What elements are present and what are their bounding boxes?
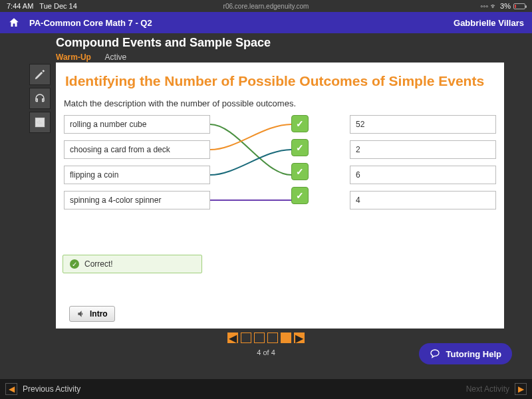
footer-bar: ◀ Previous Activity Next Activity ▶ xyxy=(0,379,532,399)
state-label: Active xyxy=(105,53,127,62)
wifi-icon: ◦◦◦ ᯤ xyxy=(480,2,497,10)
device-status-bar: 7:44 AM Tue Dec 14 r06.core.learn.edgenu… xyxy=(0,0,532,12)
tutoring-label: Tutoring Help xyxy=(446,349,501,359)
battery-icon xyxy=(513,3,525,9)
course-title: PA-Common Core Math 7 - Q2 xyxy=(29,18,152,28)
equation-tool[interactable]: √x xyxy=(29,112,51,133)
section-label[interactable]: Warm-Up xyxy=(56,53,91,62)
check-mark: ✓ xyxy=(291,163,309,180)
match-left-item[interactable]: choosing a card from a deck xyxy=(64,140,210,159)
user-name[interactable]: Gabbrielle Villars xyxy=(454,18,524,28)
match-right-item[interactable]: 6 xyxy=(350,166,496,184)
match-lines xyxy=(210,115,291,221)
status-icons: ◦◦◦ ᯤ 3% xyxy=(480,2,525,10)
url-display: r06.core.learn.edgenuity.com xyxy=(223,3,309,10)
match-left-item[interactable]: rolling a number cube xyxy=(64,115,210,134)
clock: 7:44 AM Tue Dec 14 xyxy=(7,2,77,10)
lesson-title: Compound Events and Sample Space xyxy=(56,36,532,50)
instruction-text: Match the description with the number of… xyxy=(64,98,497,108)
page-dot[interactable] xyxy=(241,332,251,343)
check-mark: ✓ xyxy=(291,115,309,132)
next-activity-arrow[interactable]: ▶ xyxy=(515,383,527,395)
page-nav: ◀ ▶ xyxy=(227,332,305,343)
intro-label: Intro xyxy=(90,309,108,319)
next-activity-label: Next Activity xyxy=(466,384,509,394)
page-dot[interactable] xyxy=(267,332,278,343)
activity-title: Identifying the Number of Possible Outco… xyxy=(65,73,497,89)
feedback-text: Correct! xyxy=(84,259,113,269)
prev-activity-label[interactable]: Previous Activity xyxy=(23,384,80,394)
check-circle-icon: ✓ xyxy=(70,259,79,269)
home-icon[interactable] xyxy=(8,17,20,29)
match-left-item[interactable]: spinning a 4-color spinner xyxy=(64,191,210,209)
page-prev[interactable]: ◀ xyxy=(227,332,238,343)
page-counter: 4 of 4 xyxy=(257,348,275,356)
equation-icon: √x xyxy=(34,116,46,128)
audio-tool[interactable] xyxy=(29,88,51,109)
prev-activity-arrow[interactable]: ◀ xyxy=(5,383,17,395)
battery-percent: 3% xyxy=(500,2,511,10)
page-dot[interactable] xyxy=(254,332,265,343)
page-next[interactable]: ▶ xyxy=(294,332,305,343)
svg-text:√x: √x xyxy=(37,120,43,126)
intro-button[interactable]: Intro xyxy=(69,306,115,322)
feedback-banner: ✓ Correct! xyxy=(63,255,202,273)
page-dot[interactable] xyxy=(281,332,291,343)
chat-icon xyxy=(430,348,440,359)
tool-rail: √x xyxy=(29,64,51,133)
match-right-item[interactable]: 52 xyxy=(350,115,496,134)
pencil-tool[interactable] xyxy=(29,64,51,85)
content-panel: Identifying the Number of Possible Outco… xyxy=(56,63,504,329)
matching-area: rolling a number cube choosing a card fr… xyxy=(64,115,496,228)
tutoring-help-button[interactable]: Tutoring Help xyxy=(419,343,512,364)
speaker-icon xyxy=(76,309,86,319)
check-mark: ✓ xyxy=(291,187,309,204)
lesson-header: Compound Events and Sample Space Warm-Up… xyxy=(0,33,532,66)
match-right-item[interactable]: 2 xyxy=(350,140,496,159)
check-mark: ✓ xyxy=(291,139,309,156)
headphones-icon xyxy=(34,92,46,104)
match-left-item[interactable]: flipping a coin xyxy=(64,166,210,184)
app-header: PA-Common Core Math 7 - Q2 Gabbrielle Vi… xyxy=(0,12,532,33)
match-right-item[interactable]: 4 xyxy=(350,191,496,209)
pencil-icon xyxy=(34,68,46,80)
